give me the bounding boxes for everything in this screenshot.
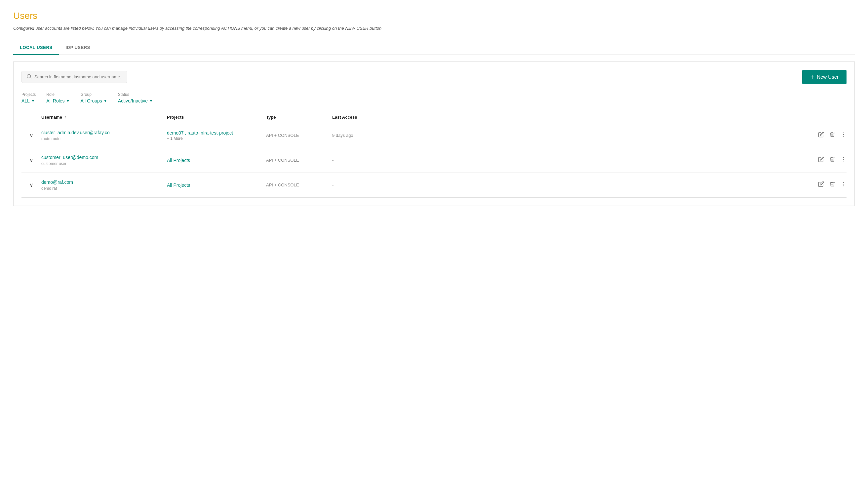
projects-cell-1: All Projects [167, 158, 266, 163]
type-cell-2: API + CONSOLE [266, 182, 332, 187]
svg-point-8 [843, 182, 844, 183]
sort-asc-icon: ↑ [64, 115, 66, 119]
table-header-actions [807, 115, 846, 120]
delete-icon[interactable] [829, 131, 835, 139]
filter-status-dropdown[interactable]: Active/Inactive ▼ [118, 98, 153, 103]
row-expand-2[interactable]: ∨ [22, 182, 41, 188]
delete-icon[interactable] [829, 181, 835, 189]
table-row: ∨ cluster_admin.dev.user@rafay.co rauto … [22, 123, 846, 148]
chevron-down-icon: ∨ [29, 157, 33, 163]
chevron-down-icon: ▼ [103, 98, 107, 103]
filter-projects-dropdown[interactable]: ALL ▼ [22, 98, 36, 103]
users-table: Username ↑ Projects Type Last Access ∨ c… [22, 111, 846, 198]
actions-cell-1 [807, 156, 846, 164]
table-header-type: Type [266, 115, 332, 120]
full-name-0: rauto rauto [41, 137, 167, 141]
page-description: Configured user accounts are listed belo… [13, 25, 855, 32]
edit-icon[interactable] [818, 131, 824, 139]
username-link-0[interactable]: cluster_admin.dev.user@rafay.co [41, 130, 167, 135]
full-name-2: demo raf [41, 186, 167, 191]
table-row: ∨ customer_user@demo.com customer user A… [22, 148, 846, 173]
new-user-button[interactable]: + New User [802, 70, 846, 84]
projects-value-0: demo07 , rauto-infra-test-project [167, 130, 266, 136]
svg-point-6 [843, 159, 844, 160]
filter-group-label: Group [81, 92, 107, 97]
toolbar: + New User [22, 70, 846, 84]
svg-point-5 [843, 157, 844, 158]
row-expand-0[interactable]: ∨ [22, 132, 41, 139]
chevron-down-icon: ∨ [29, 182, 33, 188]
table-header-last-access: Last Access [332, 115, 807, 120]
page-title: Users [13, 10, 855, 21]
content-area: + New User Projects ALL ▼ Role All Roles… [13, 61, 855, 206]
new-user-plus-icon: + [810, 74, 814, 80]
filter-status-value: Active/Inactive [118, 98, 148, 103]
projects-value-1: All Projects [167, 158, 266, 163]
filter-group: Group All Groups ▼ [81, 92, 107, 103]
full-name-1: customer user [41, 161, 167, 166]
search-input[interactable] [34, 74, 122, 79]
chevron-down-icon: ▼ [149, 98, 153, 103]
last-access-cell-0: 9 days ago [332, 133, 807, 138]
actions-cell-0 [807, 131, 846, 139]
user-cell-1: customer_user@demo.com customer user [41, 155, 167, 166]
last-access-cell-1: - [332, 158, 807, 162]
filter-projects-value: ALL [22, 98, 30, 103]
table-header: Username ↑ Projects Type Last Access [22, 111, 846, 123]
username-link-1[interactable]: customer_user@demo.com [41, 155, 167, 160]
svg-point-3 [843, 134, 844, 135]
more-options-icon[interactable] [841, 131, 846, 139]
filter-projects: Projects ALL ▼ [22, 92, 36, 103]
table-header-projects: Projects [167, 115, 266, 120]
tab-idp-users[interactable]: IDP USERS [59, 41, 96, 55]
svg-point-9 [843, 184, 844, 184]
delete-icon[interactable] [829, 156, 835, 164]
projects-value-2: All Projects [167, 182, 266, 188]
row-expand-1[interactable]: ∨ [22, 157, 41, 163]
table-row: ∨ demo@raf.com demo raf All Projects API… [22, 173, 846, 198]
new-user-label: New User [817, 74, 839, 80]
filter-group-value: All Groups [81, 98, 102, 103]
projects-more-0: + 1 More [167, 136, 266, 141]
more-options-icon[interactable] [841, 181, 846, 189]
actions-cell-2 [807, 181, 846, 189]
filters-row: Projects ALL ▼ Role All Roles ▼ Group Al… [22, 92, 846, 103]
svg-line-1 [30, 77, 31, 78]
more-options-icon[interactable] [841, 156, 846, 164]
filter-role-dropdown[interactable]: All Roles ▼ [46, 98, 70, 103]
chevron-down-icon: ∨ [29, 132, 33, 139]
tabs-container: LOCAL USERS IDP USERS [13, 41, 855, 55]
type-cell-0: API + CONSOLE [266, 133, 332, 138]
table-header-expand [22, 115, 41, 120]
chevron-down-icon: ▼ [66, 98, 70, 103]
filter-role: Role All Roles ▼ [46, 92, 70, 103]
filter-status-label: Status [118, 92, 153, 97]
projects-cell-0: demo07 , rauto-infra-test-project + 1 Mo… [167, 130, 266, 141]
search-icon [26, 74, 32, 80]
filter-projects-label: Projects [22, 92, 36, 97]
svg-point-7 [843, 161, 844, 161]
filter-role-value: All Roles [46, 98, 64, 103]
filter-role-label: Role [46, 92, 70, 97]
edit-icon[interactable] [818, 181, 824, 189]
svg-point-10 [843, 185, 844, 186]
username-link-2[interactable]: demo@raf.com [41, 179, 167, 185]
svg-point-4 [843, 136, 844, 137]
table-header-username: Username ↑ [41, 115, 167, 120]
filter-status: Status Active/Inactive ▼ [118, 92, 153, 103]
type-cell-1: API + CONSOLE [266, 158, 332, 162]
last-access-cell-2: - [332, 182, 807, 187]
user-cell-0: cluster_admin.dev.user@rafay.co rauto ra… [41, 130, 167, 141]
projects-cell-2: All Projects [167, 182, 266, 188]
filter-group-dropdown[interactable]: All Groups ▼ [81, 98, 107, 103]
user-cell-2: demo@raf.com demo raf [41, 179, 167, 191]
search-box [22, 71, 127, 83]
chevron-down-icon: ▼ [31, 98, 35, 103]
tab-local-users[interactable]: LOCAL USERS [13, 41, 59, 55]
edit-icon[interactable] [818, 156, 824, 164]
svg-point-2 [843, 132, 844, 133]
